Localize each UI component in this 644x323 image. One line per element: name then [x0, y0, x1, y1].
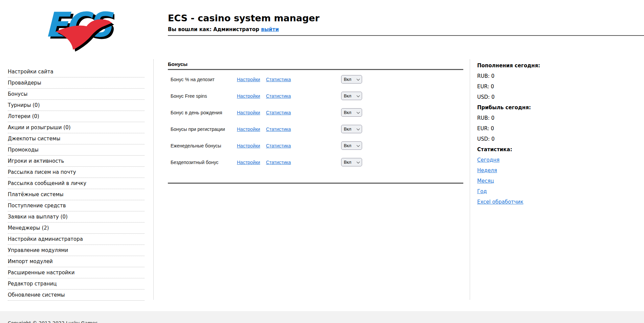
bonus-name: Бездепозитный бонус — [171, 160, 237, 165]
login-status: Вы вошли как: Администратор выйти — [168, 26, 319, 32]
bonus-row-deposit-percent: Бонус % на депозит Настройки Статистика … — [168, 71, 463, 88]
sidebar-item-bonuses[interactable]: Бонусы — [8, 89, 145, 100]
bonus-state-select[interactable]: Вкл — [341, 108, 362, 117]
sidebar-item-lotteries[interactable]: Лотереи (0) — [8, 111, 145, 122]
sidebar-main-divider — [153, 60, 154, 300]
bonus-name: Бонус % на депозит — [171, 77, 237, 82]
sidebar-item-jackpots[interactable]: Джекпоты системы — [8, 133, 145, 144]
bonus-settings-link[interactable]: Настройки — [237, 160, 266, 165]
sidebar-item-payout-requests[interactable]: Заявки на выплату (0) — [8, 211, 145, 223]
sidebar-item-promotions[interactable]: Акции и розыгрыши (0) — [8, 122, 145, 133]
bonus-settings-link[interactable]: Настройки — [237, 143, 266, 148]
sidebar-item-mail-newsletter[interactable]: Рассылка писем на почту — [8, 167, 145, 178]
bonus-row-birthday: Бонус в день рождения Настройки Статисти… — [168, 104, 463, 121]
bonus-statistics-link[interactable]: Статистика — [266, 110, 341, 115]
sidebar-item-payment-systems[interactable]: Платёжные системы — [8, 189, 145, 200]
sidebar-item-managers[interactable]: Менеджеры (2) — [8, 223, 145, 234]
stats-excel-link[interactable]: Excel обработчик — [477, 199, 523, 205]
bonus-row-free-spins: Бонус Free spins Настройки Статистика Вк… — [168, 88, 463, 104]
bonus-statistics-link[interactable]: Статистика — [266, 143, 341, 148]
deposit-rub: RUB: 0 — [477, 73, 589, 79]
header-divider — [168, 35, 644, 36]
currency-value: 0 — [491, 94, 495, 100]
sidebar-item-players-activity[interactable]: Игроки и активность — [8, 156, 145, 167]
sidebar-item-admin-settings[interactable]: Настройки администратора — [8, 234, 145, 245]
statistics-title: Статистика: — [477, 146, 589, 153]
section-top-rule — [168, 69, 463, 70]
deposit-usd: USD: 0 — [477, 94, 589, 100]
sidebar-menu: Настройки сайта Провайдеры Бонусы Турнир… — [8, 66, 145, 301]
currency-value: 0 — [491, 84, 494, 90]
stats-year-link[interactable]: Год — [477, 188, 487, 194]
currency-value: 0 — [491, 115, 495, 121]
currency-value: 0 — [491, 73, 495, 79]
bonus-statistics-link[interactable]: Статистика — [266, 126, 341, 132]
bonus-list: Бонус % на депозит Настройки Статистика … — [168, 71, 463, 170]
bonus-state-select[interactable]: Вкл — [341, 141, 362, 150]
bonus-statistics-link[interactable]: Статистика — [266, 77, 341, 82]
deposit-eur: EUR: 0 — [477, 84, 589, 90]
currency-label: RUB: — [477, 73, 490, 79]
sidebar-item-promocodes[interactable]: Промокоды — [8, 144, 145, 156]
sidebar-item-page-editor[interactable]: Редактор страниц — [8, 278, 145, 290]
currency-label: USD: — [477, 94, 490, 100]
section-title-bonuses: Бонусы — [168, 61, 187, 67]
page-title: ECS - casino system manager — [168, 13, 319, 23]
footer: Copyright © 2012-2022 Lucky Games — [0, 311, 644, 323]
currency-value: 0 — [491, 125, 494, 132]
copyright-text: Copyright © 2012-2022 Lucky Games — [8, 320, 98, 323]
bonus-row-registration: Бонусы при регистрации Настройки Статист… — [168, 121, 463, 137]
currency-label: EUR: — [477, 84, 489, 90]
stats-panel: Пополнения сегодня: RUB: 0 EUR: 0 USD: 0… — [477, 63, 589, 209]
stats-week-link[interactable]: Неделя — [477, 167, 497, 174]
bonus-name: Бонус в день рождения — [171, 110, 237, 115]
bonus-name: Бонус Free spins — [171, 93, 237, 99]
currency-value: 0 — [491, 136, 495, 142]
bonus-settings-link[interactable]: Настройки — [237, 77, 266, 82]
sidebar-item-incoming-funds[interactable]: Поступление средств — [8, 200, 145, 211]
currency-label: USD: — [477, 136, 490, 142]
sidebar-item-tournaments[interactable]: Турниры (0) — [8, 100, 145, 111]
profit-usd: USD: 0 — [477, 136, 589, 142]
ecs-logo: ECS ECS — [43, 5, 114, 52]
profit-rub: RUB: 0 — [477, 115, 589, 121]
sidebar-item-pm-newsletter[interactable]: Рассылка сообщений в личку — [8, 178, 145, 189]
bonus-statistics-link[interactable]: Статистика — [266, 160, 341, 165]
bonus-settings-link[interactable]: Настройки — [237, 110, 266, 115]
bonus-row-weekly: Еженедельные бонусы Настройки Статистика… — [168, 137, 463, 154]
bonus-name: Еженедельные бонусы — [171, 143, 237, 148]
logout-link[interactable]: выйти — [261, 26, 279, 32]
sidebar-item-site-settings[interactable]: Настройки сайта — [8, 66, 145, 77]
deposits-today-title: Пополнения сегодня: — [477, 63, 589, 69]
main-rightpanel-divider — [470, 60, 470, 300]
bonus-settings-link[interactable]: Настройки — [237, 93, 266, 99]
bonus-settings-link[interactable]: Настройки — [237, 126, 266, 132]
profit-eur: EUR: 0 — [477, 125, 589, 132]
profit-today-title: Прибыль сегодня: — [477, 105, 589, 111]
sidebar-item-module-management[interactable]: Управление модулями — [8, 245, 145, 256]
sidebar-item-advanced-settings[interactable]: Расширенные настройки — [8, 267, 145, 278]
sidebar-item-system-update[interactable]: Обновление системы — [8, 290, 145, 301]
bonus-state-select[interactable]: Вкл — [341, 75, 362, 84]
bonus-statistics-link[interactable]: Статистика — [266, 93, 341, 99]
bonus-row-no-deposit: Бездепозитный бонус Настройки Статистика… — [168, 154, 463, 170]
bonus-state-select[interactable]: Вкл — [341, 92, 362, 100]
ecs-logo-icon: ECS ECS — [43, 5, 114, 52]
bonus-name: Бонусы при регистрации — [171, 126, 237, 132]
stats-today-link[interactable]: Сегодня — [477, 157, 499, 163]
bonus-state-select[interactable]: Вкл — [341, 158, 362, 166]
stats-month-link[interactable]: Месяц — [477, 178, 494, 184]
bonus-state-select[interactable]: Вкл — [341, 125, 362, 133]
section-bottom-rule — [168, 183, 463, 184]
login-status-text: Вы вошли как: Администратор — [168, 26, 259, 32]
sidebar-item-providers[interactable]: Провайдеры — [8, 77, 145, 89]
sidebar-item-module-import[interactable]: Импорт модулей — [8, 256, 145, 267]
currency-label: EUR: — [477, 125, 489, 132]
currency-label: RUB: — [477, 115, 490, 121]
